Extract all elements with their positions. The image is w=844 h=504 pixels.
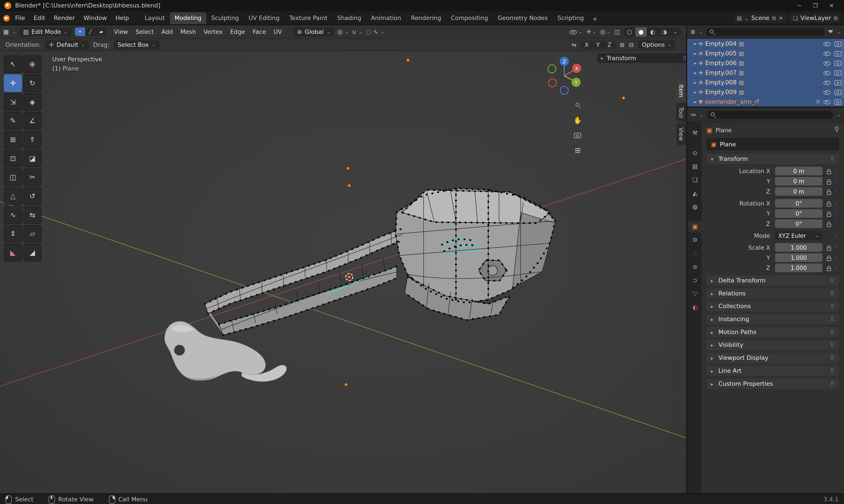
- shading-solid-button[interactable]: ●: [635, 27, 647, 36]
- animate-dot-icon[interactable]: ◦: [833, 245, 839, 250]
- shading-dropdown-icon[interactable]: ⌄: [670, 28, 681, 35]
- scale-x-input[interactable]: 1.000: [775, 243, 823, 252]
- lock-icon[interactable]: [826, 178, 831, 184]
- shading-wireframe-button[interactable]: ○: [624, 27, 635, 36]
- tab-world[interactable]: ◍: [688, 201, 702, 212]
- gizmo-axis-neg-z[interactable]: [560, 86, 568, 94]
- menu-file[interactable]: File: [11, 13, 29, 23]
- animate-dot-icon[interactable]: ◦: [833, 201, 839, 206]
- tool-rip-region[interactable]: ◣: [4, 244, 22, 262]
- workspace-tab-modeling[interactable]: Modeling: [170, 12, 206, 24]
- vertex-select-button[interactable]: •: [75, 28, 85, 36]
- workspace-tab-sculpting[interactable]: Sculpting: [206, 12, 244, 24]
- outliner-row-overlander-arm-rf[interactable]: ▸ ▼ overlander_arm_rf ⚒: [687, 97, 844, 106]
- animate-dot-icon[interactable]: ◦: [833, 189, 839, 194]
- expand-icon[interactable]: ▸: [694, 51, 697, 56]
- workspace-tab-layout[interactable]: Layout: [140, 12, 170, 24]
- view-layer-new-icon[interactable]: ⧉: [834, 15, 838, 21]
- hide-toggle-icon[interactable]: [824, 40, 831, 47]
- section-visibility[interactable]: ▸ Visibility ⠿: [706, 340, 839, 350]
- workspace-tab-texture-paint[interactable]: Texture Paint: [284, 12, 332, 24]
- animate-dot-icon[interactable]: ◦: [833, 211, 839, 216]
- location-y-input[interactable]: 0 m: [775, 177, 823, 185]
- tool-annotate[interactable]: ✎: [4, 112, 22, 130]
- tool-move[interactable]: ✛: [4, 74, 22, 92]
- tab-render[interactable]: ⊙: [688, 147, 702, 159]
- menu-add[interactable]: Add: [158, 26, 177, 37]
- lock-icon[interactable]: [826, 210, 831, 217]
- hide-toggle-icon[interactable]: [824, 79, 831, 86]
- minimize-button[interactable]: ─: [791, 2, 808, 10]
- object-name[interactable]: Empty.005: [705, 50, 737, 57]
- location-x-input[interactable]: 0 m: [775, 167, 823, 175]
- menu-uv[interactable]: UV: [270, 26, 286, 37]
- expand-icon[interactable]: ▸: [694, 80, 697, 85]
- options-dropdown[interactable]: Options ⌄: [638, 40, 676, 49]
- tool-smooth[interactable]: ∿: [4, 206, 22, 224]
- tool-scale[interactable]: ⇲: [4, 93, 22, 111]
- lock-icon[interactable]: [826, 265, 831, 271]
- rotation-x-input[interactable]: 0°: [775, 199, 823, 208]
- drag-setting-dropdown[interactable]: Select Box ⌄: [114, 40, 159, 49]
- object-name[interactable]: overlander_arm_rf: [705, 98, 759, 105]
- outliner-scrollbar[interactable]: [841, 39, 844, 98]
- tab-physics[interactable]: ⊚: [688, 262, 702, 273]
- zoom-button[interactable]: [571, 98, 585, 111]
- tool-spin[interactable]: ↺: [23, 187, 41, 205]
- gizmos-dropdown[interactable]: ✛ ⌄: [586, 28, 596, 35]
- filter-icon[interactable]: [828, 30, 834, 33]
- section-motion-paths[interactable]: ▸ Motion Paths ⠿: [706, 327, 839, 337]
- sidebar-tab-view[interactable]: View: [677, 123, 686, 145]
- proportional-editing-icon[interactable]: ◌: [366, 28, 371, 35]
- outliner-row-empty-006[interactable]: ▸ ✛ Empty.006 ▨: [687, 58, 844, 68]
- rotation-z-input[interactable]: 0°: [775, 219, 823, 228]
- hide-toggle-icon[interactable]: [824, 89, 831, 96]
- animate-dot-icon[interactable]: ◦: [833, 266, 839, 270]
- section-delta-transform[interactable]: ▸ Delta Transform ⠿: [706, 275, 839, 286]
- animate-dot-icon[interactable]: ◦: [833, 179, 839, 184]
- tool-measure[interactable]: ∠: [23, 112, 41, 130]
- scene-new-icon[interactable]: ⧉: [772, 15, 776, 21]
- shading-rendered-button[interactable]: ◑: [659, 27, 670, 36]
- pivot-point-dropdown[interactable]: ◎ ⌄: [338, 28, 349, 35]
- filter-dropdown-icon[interactable]: ⌄: [837, 29, 841, 34]
- section-collections[interactable]: ▸ Collections ⠿: [706, 301, 839, 311]
- object-name[interactable]: Empty.004: [705, 40, 737, 47]
- rotation-y-input[interactable]: 0°: [775, 209, 823, 218]
- lock-icon[interactable]: [826, 168, 831, 174]
- scale-y-input[interactable]: 1.000: [775, 253, 823, 262]
- section-custom-properties[interactable]: ▸ Custom Properties ⠿: [706, 379, 839, 389]
- render-toggle-icon[interactable]: [834, 79, 842, 86]
- tab-output[interactable]: ▤: [688, 161, 702, 172]
- tab-modifiers[interactable]: ⚙: [688, 235, 702, 246]
- tool-shrink-fatten[interactable]: ⇕: [4, 225, 22, 242]
- lock-icon[interactable]: [826, 220, 831, 227]
- tab-object-data[interactable]: ▽: [688, 288, 702, 300]
- menu-edge[interactable]: Edge: [227, 26, 249, 37]
- workspace-tab-rendering[interactable]: Rendering: [406, 12, 446, 24]
- tab-object[interactable]: ▣: [688, 221, 702, 232]
- lock-icon[interactable]: [826, 244, 831, 251]
- render-toggle-icon[interactable]: [834, 50, 842, 56]
- tab-material[interactable]: ◐: [688, 302, 702, 313]
- chevron-down-icon[interactable]: ⌄: [699, 29, 703, 34]
- animate-dot-icon[interactable]: ◦: [833, 221, 839, 226]
- properties-editor-icon[interactable]: ≔: [690, 111, 696, 118]
- sidebar-tab-item[interactable]: Item: [677, 80, 686, 102]
- tool-knife[interactable]: ✂: [23, 168, 41, 186]
- tool-cursor[interactable]: ⊕: [23, 55, 41, 73]
- lock-icon[interactable]: [826, 200, 831, 206]
- gizmo-axis-neg-x[interactable]: [548, 79, 556, 87]
- outliner-search-input[interactable]: [706, 28, 825, 36]
- ortho-toggle-button[interactable]: ⊞: [571, 144, 585, 157]
- expand-icon[interactable]: ▸: [694, 41, 697, 46]
- sidebar-transform-panel[interactable]: ▸ Transform ⠿: [597, 53, 686, 63]
- location-z-input[interactable]: 0 m: [775, 187, 823, 196]
- expand-icon[interactable]: ▸: [694, 70, 697, 75]
- tool-inset-faces[interactable]: ⊡: [4, 149, 22, 167]
- properties-options-icon[interactable]: ⌄: [837, 112, 841, 117]
- tool-edge-slide[interactable]: ⇆: [23, 206, 41, 224]
- menu-view[interactable]: View: [110, 26, 132, 37]
- outliner-editor-icon[interactable]: ≣: [690, 28, 695, 35]
- menu-select[interactable]: Select: [132, 26, 158, 37]
